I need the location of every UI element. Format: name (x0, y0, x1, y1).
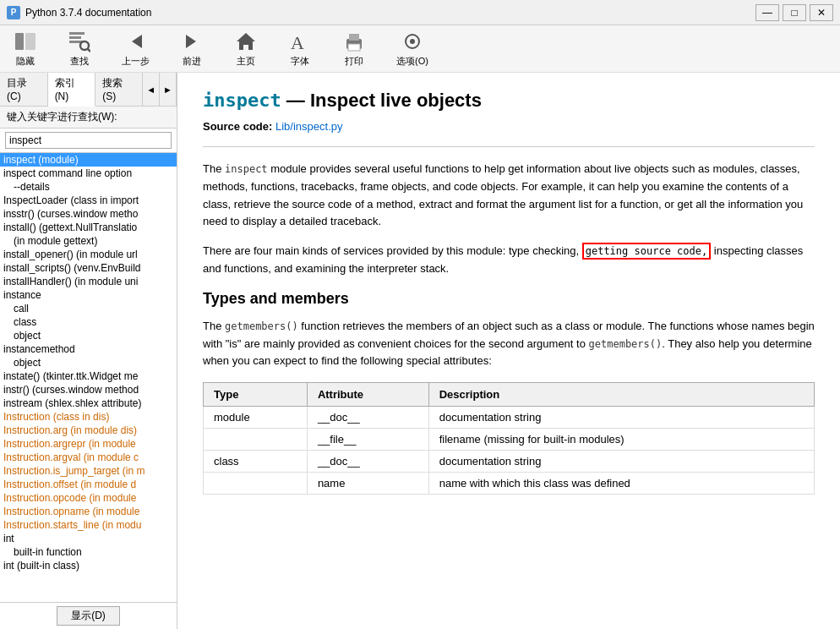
table-cell-type (204, 473, 308, 495)
forward-icon (180, 30, 204, 53)
page-title-keyword: inspect (203, 90, 281, 111)
home-label: 主页 (237, 55, 255, 68)
maximize-button[interactable]: □ (783, 4, 806, 21)
toolbar-print[interactable]: 打印 (335, 26, 373, 71)
toolbar-forward[interactable]: 前进 (173, 26, 210, 71)
print-label: 打印 (345, 55, 363, 68)
sidebar-item-int-builtin-class[interactable]: int (built-in class) (0, 559, 177, 572)
svg-rect-3 (69, 36, 81, 39)
content-para-1: The inspect module provides several usef… (203, 161, 815, 231)
sidebar-item-inspect-details[interactable]: --details (0, 180, 177, 194)
find-label: 查找 (70, 55, 89, 68)
tab-search[interactable]: 搜索(S) (95, 73, 143, 106)
table-cell-attribute: __doc__ (307, 407, 428, 429)
back-label: 上一步 (122, 55, 150, 68)
toolbar-back[interactable]: 上一步 (115, 26, 156, 71)
svg-rect-13 (348, 44, 360, 51)
highlighted-text: getting source code, (582, 243, 712, 260)
sidebar-item-instream[interactable]: instream (shlex.shlex attribute) (0, 397, 177, 410)
search-input[interactable] (5, 132, 172, 149)
sidebar-item-instruction-opname[interactable]: Instruction.opname (in module (0, 505, 177, 518)
sidebar-item-instr[interactable]: instr() (curses.window method (0, 383, 177, 397)
font-label: 字体 (291, 55, 309, 68)
svg-rect-2 (69, 32, 85, 35)
sidebar-item-instruction-offset[interactable]: Instruction.offset (in module d (0, 478, 177, 491)
options-icon (401, 30, 424, 53)
sidebar-tabs: 目录(C) 索引(N) 搜索(S) ◄ ► (0, 73, 177, 107)
sidebar-item-install[interactable]: install() (gettext.NullTranslatio (0, 221, 177, 234)
table-cell-type (204, 429, 308, 451)
table-header-description: Description (428, 383, 814, 407)
sidebar-item-instruction[interactable]: Instruction (class in dis) (0, 410, 177, 424)
table-row: module __doc__ documentation string (204, 407, 815, 429)
app-icon: P (7, 6, 20, 19)
toolbar: 隐藏 查找 上一步 前进 (0, 25, 840, 73)
minimize-button[interactable]: — (755, 4, 779, 21)
sidebar-item-inspect-cmdline[interactable]: inspect command line option (0, 167, 177, 180)
sidebar-item-instance-call[interactable]: call (0, 302, 177, 315)
sidebar-item-instruction-isjumptarget[interactable]: Instruction.is_jump_target (in m (0, 464, 177, 478)
table-row: class __doc__ documentation string (204, 451, 815, 473)
table-cell-attribute: __doc__ (307, 451, 428, 473)
sidebar-item-inspectloader[interactable]: InspectLoader (class in import (0, 194, 177, 207)
title-bar: P Python 3.7.4 documentation — □ ✕ (0, 0, 840, 25)
back-icon (124, 30, 148, 53)
sidebar-item-instancemethod[interactable]: instancemethod (0, 342, 177, 356)
page-title-suffix: — Inspect live objects (286, 90, 482, 111)
svg-point-15 (410, 39, 415, 44)
table-cell-type: module (204, 407, 308, 429)
hide-icon (14, 30, 37, 53)
table-cell-description: filename (missing for built-in modules) (428, 429, 814, 451)
svg-rect-12 (349, 34, 359, 41)
table-cell-description: documentation string (428, 407, 814, 429)
sidebar-item-instruction-arg[interactable]: Instruction.arg (in module dis) (0, 424, 177, 437)
sidebar-item-instance-class[interactable]: class (0, 315, 177, 329)
sidebar-item-instruction-argval[interactable]: Instruction.argval (in module c (0, 451, 177, 464)
sidebar-item-in-module-gettext[interactable]: (in module gettext) (0, 234, 177, 248)
svg-point-5 (80, 41, 89, 50)
getmembers-code-2: getmembers() (589, 338, 663, 350)
sidebar-item-inspect-module[interactable]: inspect (module) (0, 153, 177, 167)
sidebar-item-int-builtin-fn[interactable]: built-in function (0, 545, 177, 559)
sidebar-bottom: 显示(D) (0, 602, 177, 629)
sidebar-item-instance-object[interactable]: object (0, 329, 177, 342)
sidebar-item-installhandler[interactable]: installHandler() (in module uni (0, 275, 177, 288)
sidebar-item-instancemethod-object[interactable]: object (0, 356, 177, 369)
sidebar-list[interactable]: inspect (module) inspect command line op… (0, 153, 177, 602)
toolbar-home[interactable]: 主页 (227, 26, 265, 71)
toolbar-hide[interactable]: 隐藏 (7, 26, 44, 71)
close-button[interactable]: ✕ (810, 4, 833, 21)
find-icon (68, 30, 91, 53)
sidebar-item-install-scripts[interactable]: install_scripts() (venv.EnvBuild (0, 261, 177, 275)
font-icon: A (288, 30, 312, 53)
sidebar-item-insstr[interactable]: insstr() (curses.window metho (0, 207, 177, 221)
section-title: Types and members (203, 290, 815, 308)
toolbar-options[interactable]: 选项(O) (390, 26, 435, 71)
tab-contents[interactable]: 目录(C) (0, 73, 48, 106)
tab-arrow-left[interactable]: ◄ (143, 73, 160, 106)
title-bar-controls[interactable]: — □ ✕ (755, 4, 833, 21)
tab-arrow-right[interactable]: ► (160, 73, 177, 106)
sidebar-item-instruction-opcode[interactable]: Instruction.opcode (in module (0, 491, 177, 505)
content-para-3: The getmembers() function retrieves the … (203, 318, 815, 370)
source-code-line: Source code: Lib/inspect.py (203, 120, 815, 133)
toolbar-find[interactable]: 查找 (61, 26, 98, 71)
members-table: Type Attribute Description module __doc_… (203, 382, 815, 495)
svg-marker-9 (237, 33, 255, 50)
toolbar-font[interactable]: A 字体 (281, 26, 319, 71)
sidebar-item-instruction-starts-line[interactable]: Instruction.starts_line (in modu (0, 518, 177, 532)
table-row: __file__ filename (missing for built-in … (204, 429, 815, 451)
sidebar-item-install-opener[interactable]: install_opener() (in module url (0, 248, 177, 261)
tab-index[interactable]: 索引(N) (48, 73, 96, 107)
table-cell-attribute: __file__ (307, 429, 428, 451)
source-code-link[interactable]: Lib/inspect.py (275, 120, 343, 133)
sidebar-item-instance[interactable]: instance (0, 288, 177, 302)
getmembers-code-1: getmembers() (225, 320, 298, 332)
table-header-row: Type Attribute Description (204, 383, 815, 407)
svg-rect-0 (15, 33, 24, 50)
sidebar-item-int[interactable]: int (0, 532, 177, 545)
display-button[interactable]: 显示(D) (57, 606, 120, 626)
sidebar-item-instate[interactable]: instate() (tkinter.ttk.Widget me (0, 369, 177, 383)
sidebar: 目录(C) 索引(N) 搜索(S) ◄ ► 键入关键字进行查找(W): insp… (0, 73, 177, 629)
sidebar-item-instruction-argrepr[interactable]: Instruction.argrepr (in module (0, 437, 177, 451)
